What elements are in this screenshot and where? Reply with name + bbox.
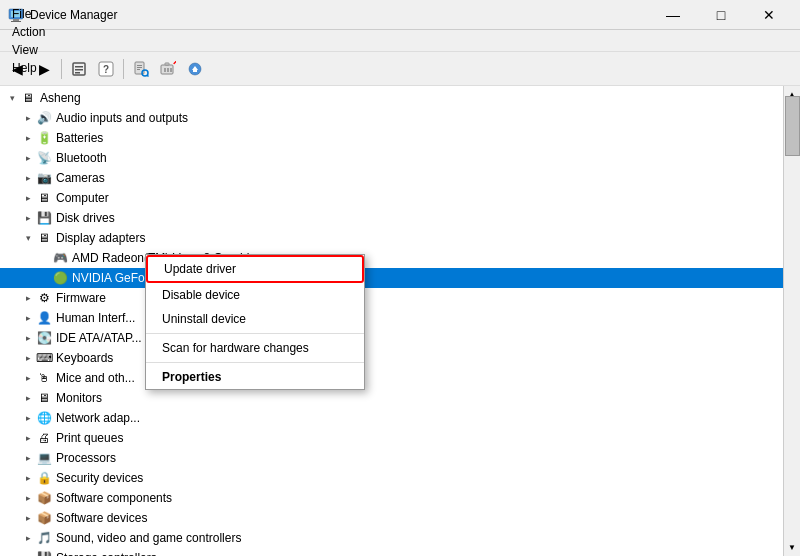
human-icon: 👤 [36, 310, 52, 326]
close-button[interactable]: ✕ [746, 0, 792, 30]
tree-item-computer[interactable]: ▸🖥Computer [0, 188, 800, 208]
expand-btn-sound[interactable]: ▸ [20, 530, 36, 546]
tree-item-nvidia[interactable]: 🟢NVIDIA GeForce GTX 1650 [0, 268, 800, 288]
expand-btn-security[interactable]: ▸ [20, 470, 36, 486]
expand-btn-asheng[interactable]: ▾ [4, 90, 20, 106]
tree-item-storage[interactable]: ▸💾Storage controllers [0, 548, 800, 556]
menu-item-file[interactable]: File [4, 5, 53, 23]
tree-label-disk: Disk drives [56, 211, 115, 225]
scan-button[interactable] [128, 56, 154, 82]
tree-item-display[interactable]: ▾🖥Display adapters [0, 228, 800, 248]
svg-rect-6 [75, 69, 83, 71]
print-icon: 🖨 [36, 430, 52, 446]
toolbar: ◀ ▶ ? ✕ [0, 52, 800, 86]
tree-label-bluetooth: Bluetooth [56, 151, 107, 165]
expand-btn-computer[interactable]: ▸ [20, 190, 36, 206]
properties-button[interactable] [66, 56, 92, 82]
expand-btn-network[interactable]: ▸ [20, 410, 36, 426]
expand-btn-processors[interactable]: ▸ [20, 450, 36, 466]
context-menu-item-scan[interactable]: Scan for hardware changes [146, 336, 364, 360]
tree-item-mice[interactable]: ▸🖱Mice and oth... [0, 368, 800, 388]
expand-btn-display[interactable]: ▾ [20, 230, 36, 246]
download-button[interactable] [182, 56, 208, 82]
battery-icon: 🔋 [36, 130, 52, 146]
help-button[interactable]: ? [93, 56, 119, 82]
tree-label-display: Display adapters [56, 231, 145, 245]
expand-btn-softcomp[interactable]: ▸ [20, 490, 36, 506]
context-menu-items: Update driverDisable deviceUninstall dev… [146, 255, 364, 389]
scrollbar-thumb[interactable] [785, 96, 800, 156]
tree-item-amd[interactable]: 🎮AMD Radeon(TM) Vega 8 Graphics [0, 248, 800, 268]
tree-item-keyboards[interactable]: ▸⌨Keyboards [0, 348, 800, 368]
expand-btn-audio[interactable]: ▸ [20, 110, 36, 126]
computer-icon: 🖥 [20, 90, 36, 106]
window-title: Device Manager [30, 8, 650, 22]
tree-item-monitors[interactable]: ▸🖥Monitors [0, 388, 800, 408]
tree-item-network[interactable]: ▸🌐Network adap... [0, 408, 800, 428]
toolbar-sep-1 [61, 59, 62, 79]
disk-icon: 💾 [36, 210, 52, 226]
tree-label-human: Human Interf... [56, 311, 135, 325]
context-menu-item-properties[interactable]: Properties [146, 365, 364, 389]
bluetooth-icon: 📡 [36, 150, 52, 166]
tree-item-bluetooth[interactable]: ▸📡Bluetooth [0, 148, 800, 168]
expand-btn-mice[interactable]: ▸ [20, 370, 36, 386]
expand-btn-print[interactable]: ▸ [20, 430, 36, 446]
tree-label-monitors: Monitors [56, 391, 102, 405]
context-menu-item-update[interactable]: Update driver [146, 255, 364, 283]
expand-btn-human[interactable]: ▸ [20, 310, 36, 326]
ide-icon: 💽 [36, 330, 52, 346]
maximize-button[interactable]: □ [698, 0, 744, 30]
tree-label-softcomp: Software components [56, 491, 172, 505]
svg-text:?: ? [103, 64, 109, 75]
tree-item-softdev[interactable]: ▸📦Software devices [0, 508, 800, 528]
computer-icon: 🖥 [36, 190, 52, 206]
tree-label-batteries: Batteries [56, 131, 103, 145]
tree-item-security[interactable]: ▸🔒Security devices [0, 468, 800, 488]
amd-icon: 🎮 [52, 250, 68, 266]
tree-item-batteries[interactable]: ▸🔋Batteries [0, 128, 800, 148]
remove-button[interactable]: ✕ [155, 56, 181, 82]
cpu-icon: 💻 [36, 450, 52, 466]
window-controls: — □ ✕ [650, 0, 792, 30]
tree-label-mice: Mice and oth... [56, 371, 135, 385]
keyboard-icon: ⌨ [36, 350, 52, 366]
menu-item-action[interactable]: Action [4, 23, 53, 41]
tree-item-cameras[interactable]: ▸📷Cameras [0, 168, 800, 188]
expand-btn-cameras[interactable]: ▸ [20, 170, 36, 186]
tree-label-ide: IDE ATA/ATAP... [56, 331, 142, 345]
expand-btn-disk[interactable]: ▸ [20, 210, 36, 226]
tree-label-audio: Audio inputs and outputs [56, 111, 188, 125]
expand-btn-ide[interactable]: ▸ [20, 330, 36, 346]
tree-item-firmware[interactable]: ▸⚙Firmware [0, 288, 800, 308]
vertical-scrollbar[interactable]: ▲ ▼ [783, 86, 800, 556]
tree-item-disk[interactable]: ▸💾Disk drives [0, 208, 800, 228]
tree-item-audio[interactable]: ▸🔊Audio inputs and outputs [0, 108, 800, 128]
context-menu-item-disable[interactable]: Disable device [146, 283, 364, 307]
expand-btn-storage[interactable]: ▸ [20, 550, 36, 556]
svg-rect-12 [137, 67, 142, 68]
tree-item-print[interactable]: ▸🖨Print queues [0, 428, 800, 448]
tree-item-softcomp[interactable]: ▸📦Software components [0, 488, 800, 508]
storage-icon: 💾 [36, 550, 52, 556]
tree-item-ide[interactable]: ▸💽IDE ATA/ATAP... [0, 328, 800, 348]
expand-btn-monitors[interactable]: ▸ [20, 390, 36, 406]
nvidia-icon: 🟢 [52, 270, 68, 286]
context-menu-item-uninstall[interactable]: Uninstall device [146, 307, 364, 331]
menu-bar: FileActionViewHelp [0, 30, 800, 52]
svg-rect-7 [75, 72, 80, 74]
sound-icon: 🔊 [36, 110, 52, 126]
expand-btn-batteries[interactable]: ▸ [20, 130, 36, 146]
tree-item-asheng[interactable]: ▾🖥Asheng [0, 88, 800, 108]
tree-item-human[interactable]: ▸👤Human Interf... [0, 308, 800, 328]
tree-item-processors[interactable]: ▸💻Processors [0, 448, 800, 468]
minimize-button[interactable]: — [650, 0, 696, 30]
expand-btn-firmware[interactable]: ▸ [20, 290, 36, 306]
back-button[interactable]: ◀ [4, 56, 30, 82]
forward-button[interactable]: ▶ [31, 56, 57, 82]
expand-btn-bluetooth[interactable]: ▸ [20, 150, 36, 166]
expand-btn-keyboards[interactable]: ▸ [20, 350, 36, 366]
expand-btn-softdev[interactable]: ▸ [20, 510, 36, 526]
context-menu: Update driverDisable deviceUninstall dev… [145, 254, 365, 390]
tree-item-sound[interactable]: ▸🎵Sound, video and game controllers [0, 528, 800, 548]
